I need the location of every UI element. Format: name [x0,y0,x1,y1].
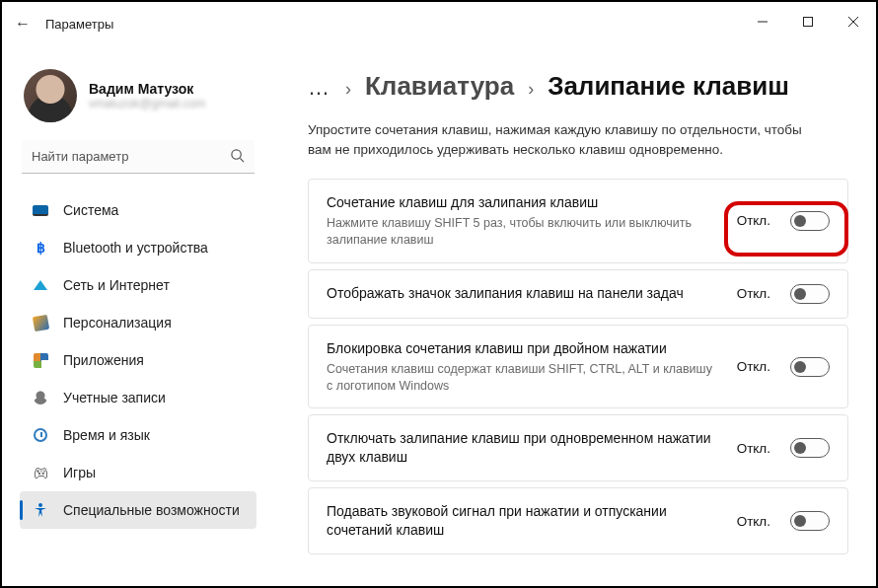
setting-row-sound-on-press: Подавать звуковой сигнал при нажатии и о… [308,487,848,554]
setting-title: Блокировка сочетания клавиш при двойном … [327,339,721,358]
gaming-icon: 🎮︎ [32,464,49,481]
toggle-shortcut[interactable] [790,211,830,231]
sidebar-item-accounts[interactable]: Учетные записи [20,379,256,416]
sidebar-item-apps[interactable]: Приложения [20,341,256,379]
sidebar-item-label: Игры [63,465,96,480]
breadcrumb-current: Залипание клавиш [548,71,789,102]
sidebar-item-label: Приложения [63,352,144,368]
accessibility-icon [32,501,49,519]
setting-subtitle: Нажмите клавишу SHIFT 5 раз, чтобы включ… [327,215,721,249]
back-button[interactable]: ← [10,15,36,33]
sidebar-item-bluetooth[interactable]: ฿ Bluetooth и устройства [20,229,256,266]
profile-name: Вадим Матузок [89,81,205,97]
page-description: Упростите сочетания клавиш, нажимая кажд… [308,120,821,159]
settings-list: Сочетание клавиш для залипания клавиш На… [308,179,852,566]
search-container [22,140,255,174]
setting-row-lock-double-press: Блокировка сочетания клавиш при двойном … [308,325,848,409]
chevron-right-icon: › [528,79,534,100]
sidebar-item-accessibility[interactable]: Специальные возможности [20,491,256,529]
toggle-state-label: Откл. [737,441,770,456]
window-title: Параметры [45,17,113,32]
time-icon [32,426,49,444]
toggle-lock-double-press[interactable] [790,357,830,377]
setting-title: Отключать залипание клавиш при одновреме… [327,429,721,467]
sidebar-item-network[interactable]: Сеть и Интернет [20,266,256,304]
system-icon [32,201,49,219]
sidebar: Вадим Матузок vmatuzok@gmail.com Система… [2,45,268,586]
sidebar-item-label: Сеть и Интернет [63,277,170,293]
toggle-sound-on-press[interactable] [790,511,830,531]
titlebar: ← Параметры [2,2,876,45]
toggle-taskbar-icon[interactable] [790,284,830,304]
setting-title: Подавать звуковой сигнал при нажатии и о… [327,502,721,540]
sidebar-item-system[interactable]: Система [20,191,256,229]
minimize-button[interactable] [740,2,785,41]
setting-subtitle: Сочетания клавиш содержат клавиши SHIFT,… [327,361,721,395]
avatar [24,69,77,122]
toggle-state-label: Откл. [737,514,770,529]
sidebar-item-time-language[interactable]: Время и язык [20,416,256,454]
sidebar-item-label: Время и язык [63,427,150,443]
apps-icon [32,351,49,369]
svg-rect-1 [804,18,813,27]
profile-email: vmatuzok@gmail.com [89,97,205,110]
toggle-state-label: Откл. [737,359,770,374]
search-input[interactable] [22,140,255,174]
toggle-state-label: Откл. [737,286,770,301]
profile-block[interactable]: Вадим Матузок vmatuzok@gmail.com [24,69,256,122]
breadcrumb-parent[interactable]: Клавиатура [365,71,514,102]
svg-point-4 [232,150,241,159]
maximize-button[interactable] [785,2,831,41]
breadcrumb-more-icon[interactable]: … [308,75,331,105]
toggle-state-label: Откл. [737,213,770,228]
accounts-icon [32,389,49,406]
close-button[interactable] [831,2,876,41]
setting-title: Отображать значок залипания клавиш на па… [327,284,721,303]
setting-title: Сочетание клавиш для залипания клавиш [327,193,721,212]
breadcrumb: … › Клавиатура › Залипание клавиш [308,71,852,105]
main-panel: … › Клавиатура › Залипание клавиш Упрост… [268,45,876,586]
search-icon [230,148,245,166]
setting-row-taskbar-icon: Отображать значок залипания клавиш на па… [308,269,848,319]
sidebar-item-personalization[interactable]: Персонализация [20,304,256,341]
chevron-right-icon: › [345,79,351,100]
personalization-icon [32,314,49,331]
setting-row-shortcut: Сочетание клавиш для залипания клавиш На… [308,179,848,263]
svg-point-6 [38,503,42,507]
sidebar-item-label: Система [63,202,118,218]
sidebar-item-label: Специальные возможности [63,502,240,518]
svg-line-5 [240,158,244,162]
sidebar-item-label: Bluetooth и устройства [63,240,208,256]
setting-row-disable-two-keys: Отключать залипание клавиш при одновреме… [308,414,848,481]
nav-list: Система ฿ Bluetooth и устройства Сеть и … [20,191,256,586]
sidebar-item-gaming[interactable]: 🎮︎ Игры [20,454,256,491]
network-icon [32,276,49,294]
sidebar-item-label: Учетные записи [63,390,166,405]
toggle-disable-two-keys[interactable] [790,438,830,458]
bluetooth-icon: ฿ [32,239,49,257]
sidebar-item-label: Персонализация [63,315,172,331]
